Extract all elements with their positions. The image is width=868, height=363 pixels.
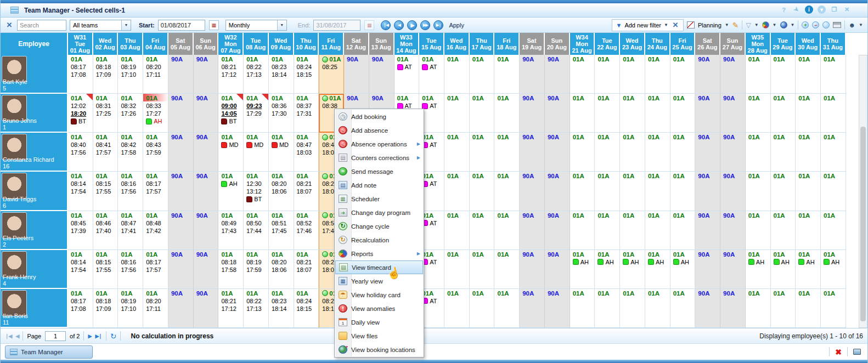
schedule-cell[interactable]: 01A08:4617:40: [93, 211, 119, 250]
schedule-cell[interactable]: 01A08:3717:31: [294, 94, 319, 133]
schedule-cell[interactable]: 90A: [520, 55, 545, 94]
restore-icon[interactable]: ❐: [830, 5, 838, 14]
day-column-header[interactable]: Sun06 Aug: [194, 33, 219, 55]
schedule-cell[interactable]: 01A08:1917:10: [118, 289, 143, 328]
zoom-in-icon[interactable]: +: [802, 21, 809, 29]
schedule-cell[interactable]: 90A: [695, 94, 720, 133]
page-last-icon[interactable]: ▶❘: [95, 333, 102, 339]
schedule-cell[interactable]: 01AMD: [244, 133, 269, 172]
schedule-cell[interactable]: 01A: [771, 55, 796, 94]
schedule-cell[interactable]: 01A: [595, 289, 620, 328]
schedule-cell[interactable]: 90A: [194, 55, 219, 94]
day-column-header[interactable]: Sat19 Aug: [520, 33, 545, 55]
nav-prev-button[interactable]: ◀: [394, 20, 404, 30]
schedule-cell[interactable]: 01AAH: [821, 250, 846, 289]
schedule-cell[interactable]: 90A: [520, 94, 545, 133]
schedule-cell[interactable]: 01A: [645, 211, 670, 250]
chart-pie-icon[interactable]: [762, 21, 769, 29]
schedule-cell[interactable]: 90A: [695, 211, 720, 250]
schedule-cell[interactable]: 01A08:4718:03: [294, 133, 319, 172]
schedule-cell[interactable]: 90A: [545, 133, 570, 172]
schedule-cell[interactable]: 01A: [595, 55, 620, 94]
schedule-cell[interactable]: 01AAH: [645, 250, 670, 289]
schedule-cell[interactable]: 01A08:4717:41: [118, 211, 143, 250]
schedule-cell[interactable]: 01A: [620, 133, 645, 172]
schedule-cell[interactable]: 90A: [344, 55, 369, 94]
schedule-cell[interactable]: 01A08:4117:57: [93, 133, 119, 172]
schedule-cell[interactable]: 01A08:2217:13: [244, 289, 269, 328]
add-new-filter-button[interactable]: Add new filter: [624, 22, 661, 29]
schedule-cell[interactable]: 90A: [194, 133, 219, 172]
day-column-header[interactable]: Sun27 Aug: [720, 33, 746, 55]
menu-item-view-anomalies[interactable]: View anomalies: [335, 302, 423, 315]
chevron-down-icon[interactable]: ▼: [773, 22, 777, 27]
day-column-header[interactable]: Wed02 Aug: [93, 33, 119, 55]
apply-button[interactable]: Apply: [449, 22, 464, 29]
schedule-cell[interactable]: 01A: [796, 94, 821, 133]
schedule-cell[interactable]: 01AAT: [419, 55, 444, 94]
schedule-cell[interactable]: 01A: [746, 172, 771, 211]
schedule-cell[interactable]: 90A: [168, 55, 194, 94]
refresh-icon[interactable]: ↻: [110, 332, 116, 341]
schedule-cell[interactable]: 01AMD: [218, 133, 244, 172]
schedule-cell[interactable]: 90A: [168, 250, 194, 289]
zoom-out-icon[interactable]: −: [812, 21, 819, 29]
globe-icon[interactable]: [780, 21, 787, 29]
day-column-header[interactable]: Tue29 Aug: [771, 33, 796, 55]
schedule-cell[interactable]: 01A08:1817:09: [93, 289, 119, 328]
schedule-cell[interactable]: 01A: [620, 289, 645, 328]
team-select[interactable]: All teams ▼: [70, 20, 131, 31]
start-date-input[interactable]: [158, 20, 205, 31]
schedule-cell[interactable]: 01A08:1717:08: [68, 289, 93, 328]
nav-first-button[interactable]: ❘◀: [381, 20, 391, 30]
schedule-cell[interactable]: 90A: [695, 55, 720, 94]
day-column-header[interactable]: Thu24 Aug: [645, 33, 670, 55]
day-column-header[interactable]: Thu03 Aug: [118, 33, 143, 55]
schedule-cell[interactable]: 01A: [570, 94, 595, 133]
employee-panel[interactable]: Frank Henry4: [1, 250, 68, 289]
schedule-cell[interactable]: 01A08:1417:54: [68, 172, 93, 211]
employee-panel[interactable]: David Triggs6: [1, 172, 68, 211]
schedule-cell[interactable]: 01A: [746, 55, 771, 94]
schedule-cell[interactable]: 01A: [670, 211, 696, 250]
menu-item-add-note[interactable]: Add note: [335, 178, 423, 192]
schedule-cell[interactable]: 90A: [720, 250, 746, 289]
schedule-cell[interactable]: 90A: [194, 289, 219, 328]
schedule-cell[interactable]: 90A: [720, 133, 746, 172]
schedule-cell[interactable]: 01A08:4917:43: [218, 211, 244, 250]
schedule-cell[interactable]: 01A08:1717:57: [143, 250, 168, 289]
nav-next-button[interactable]: ▶▶: [420, 20, 430, 30]
schedule-cell[interactable]: 01A08:2118:07: [294, 172, 319, 211]
schedule-cell[interactable]: 01A08:1717:57: [143, 172, 168, 211]
schedule-cell[interactable]: 01A: [470, 55, 495, 94]
schedule-cell[interactable]: 90A: [168, 211, 194, 250]
day-column-header[interactable]: W31Tue01 Aug: [68, 33, 93, 55]
vertical-scrollbar[interactable]: [859, 55, 867, 328]
menu-item-scheduler[interactable]: Scheduler: [335, 192, 423, 206]
day-column-header[interactable]: Thu10 Aug: [294, 33, 319, 55]
schedule-cell[interactable]: 01A08:4517:39: [68, 211, 93, 250]
schedule-cell[interactable]: 01A08:1617:56: [118, 250, 143, 289]
day-column-header[interactable]: Sat05 Aug: [168, 33, 194, 55]
filter-options-icon[interactable]: ▽: [746, 21, 751, 29]
day-column-header[interactable]: Wed16 Aug: [444, 33, 470, 55]
schedule-cell[interactable]: 01A: [595, 211, 620, 250]
filter-funnel-icon[interactable]: ▼: [616, 22, 622, 29]
schedule-cell[interactable]: 01A: [570, 289, 595, 328]
schedule-cell[interactable]: 01A: [494, 133, 520, 172]
schedule-cell[interactable]: 01AAH: [595, 250, 620, 289]
schedule-cell[interactable]: 01A08:2017:11: [143, 289, 168, 328]
schedule-cell[interactable]: 01AAH: [570, 250, 595, 289]
page-prev-icon[interactable]: ◀: [15, 333, 19, 339]
day-column-header[interactable]: Wed23 Aug: [620, 33, 645, 55]
chevron-down-icon[interactable]: ▼: [664, 22, 668, 27]
schedule-cell[interactable]: 90A: [720, 94, 746, 133]
day-column-header[interactable]: Sat12 Aug: [344, 33, 369, 55]
schedule-cell[interactable]: 01A: [570, 172, 595, 211]
schedule-cell[interactable]: 01A: [645, 172, 670, 211]
menu-item-view-timecard[interactable]: View timecard: [335, 260, 423, 274]
schedule-cell[interactable]: 01A: [796, 133, 821, 172]
schedule-cell[interactable]: 01A: [821, 94, 846, 133]
schedule-cell[interactable]: 01A: [796, 172, 821, 211]
schedule-cell[interactable]: 01A: [494, 94, 520, 133]
